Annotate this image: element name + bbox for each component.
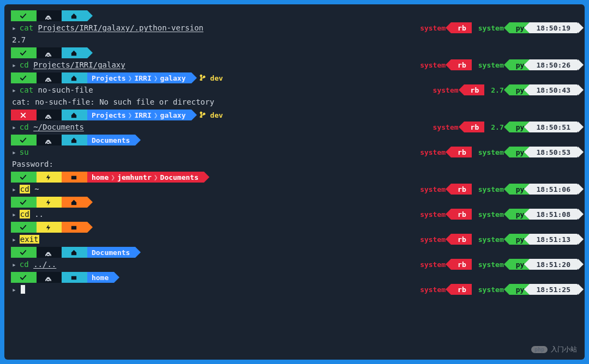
command-row: ▸cat Projects/IRRI/galaxy/.python-versio… [11, 22, 578, 34]
status-ok-icon [11, 72, 37, 83]
rseg-time: 18:50:26 [530, 59, 578, 70]
rseg-time: 18:51:20 [530, 259, 578, 270]
command-word: su [20, 148, 29, 156]
command-block: Projects❯IRRI❯galaxy dev▸cd ~/Documentss… [11, 109, 578, 133]
user-segment [37, 47, 62, 58]
py-label: py [516, 123, 525, 131]
prompt-caret-icon: ▸ [12, 185, 16, 193]
user-segment [37, 135, 62, 145]
prompt-caret-icon: ▸ [12, 260, 16, 269]
command-block: home▸systemrbsystempy18:51:25 [11, 271, 578, 295]
status-ok-icon [11, 222, 37, 233]
root-breadcrumb-segment: home❯jemhuntr❯Documents [87, 172, 204, 183]
output-line: cat: no-such-file: No such file or direc… [11, 96, 578, 108]
rseg-rb: rb [451, 259, 472, 270]
status-ok-icon [11, 135, 37, 145]
root-bolt-segment [37, 197, 62, 208]
rb-system-label: system [420, 24, 446, 32]
disk-segment [62, 172, 87, 183]
status-row: Documents [11, 246, 578, 258]
user-segment [37, 110, 62, 120]
py-label: py [516, 148, 525, 156]
command-block: Projects❯IRRI❯galaxy dev▸cat no-such-fil… [11, 72, 578, 108]
git-branch: dev [199, 111, 223, 119]
command-row: ▸cd ..systemrbsystempy18:51:08 [11, 208, 578, 220]
status-ok-icon [11, 272, 37, 283]
rb-system-label: system [420, 210, 446, 219]
command-word: cd [20, 60, 29, 69]
rseg-time: 18:51:08 [530, 209, 578, 220]
rb-label: rb [458, 185, 466, 193]
git-branch: dev [199, 74, 223, 82]
command-block: ▸cd ..systemrbsystempy18:51:08 [11, 196, 578, 220]
status-row [11, 196, 578, 208]
home-segment [62, 10, 87, 21]
prompt-caret-icon: ▸ [12, 24, 16, 32]
py-version: system [478, 210, 504, 219]
command-arg: ~ [30, 185, 39, 193]
rseg-time: 18:50:43 [530, 84, 578, 95]
py-label: py [516, 86, 525, 94]
time-label: 18:51:25 [536, 286, 570, 294]
branch-name: dev [210, 111, 223, 119]
rb-system-label: system [420, 286, 446, 294]
command-block: ▸cat Projects/IRRI/galaxy/.python-versio… [11, 10, 578, 46]
command-word: exit [20, 235, 39, 244]
cursor [21, 285, 25, 294]
py-label: py [516, 286, 525, 294]
rb-system-label: system [420, 260, 446, 269]
prompt-caret-icon: ▸ [12, 123, 16, 131]
root-home-segment [62, 197, 87, 208]
rb-label: rb [458, 286, 466, 294]
prompt-caret-icon: ▸ [12, 61, 16, 69]
status-right: systemrbsystempy18:50:26 [413, 59, 578, 70]
py-version: system [478, 286, 504, 294]
status-right: systemrb2.7py18:50:43 [426, 84, 578, 95]
rseg-time: 18:51:25 [530, 284, 578, 295]
prompt-caret-icon: ▸ [12, 235, 16, 244]
breadcrumb-segment: Projects❯IRRI❯galaxy [87, 72, 191, 83]
folder-label: Documents [92, 136, 130, 144]
command-row: ▸systemrbsystempy18:51:25 [11, 283, 578, 295]
py-label: py [516, 185, 525, 193]
time-label: 18:51:08 [536, 210, 570, 219]
prompt-caret-icon: ▸ [12, 86, 16, 94]
folder-label: home [92, 274, 109, 282]
status-row: Projects❯IRRI❯galaxy dev [11, 72, 578, 84]
command-word: cd [20, 260, 29, 269]
breadcrumb-part: Projects [92, 74, 126, 82]
rseg-time: 18:50:51 [530, 122, 578, 132]
status-row [11, 47, 578, 59]
time-label: 18:50:51 [536, 123, 570, 131]
time-label: 18:51:20 [536, 260, 570, 269]
terminal-window[interactable]: ▸cat Projects/IRRI/galaxy/.python-versio… [4, 4, 585, 360]
rseg-rb: rb [451, 184, 472, 195]
root-bolt-segment [37, 172, 62, 183]
watermark: php 入门小站 [531, 345, 577, 354]
py-version: system [478, 235, 504, 244]
rb-system-label: system [433, 86, 459, 94]
status-right: systemrb2.7py18:50:51 [426, 122, 578, 132]
rseg-rb: rb [451, 284, 472, 295]
py-label: py [516, 235, 525, 244]
py-label: py [516, 260, 525, 269]
output-line: 2.7 [11, 34, 578, 46]
command-row: ▸exitsystemrbsystempy18:51:13 [11, 233, 578, 245]
time-label: 18:51:13 [536, 235, 570, 244]
root-bolt-segment [37, 222, 62, 233]
py-version: system [478, 61, 504, 69]
prompt-caret-icon: ▸ [12, 286, 16, 294]
status-right: systemrbsystempy18:51:06 [413, 184, 578, 195]
py-version: system [478, 260, 504, 269]
prompt-caret-icon: ▸ [12, 210, 16, 219]
command-arg: .. [30, 210, 44, 219]
status-fail-icon [11, 110, 37, 120]
breadcrumb-part: IRRI [134, 74, 151, 82]
status-ok-icon [11, 172, 37, 183]
home-segment [62, 247, 87, 258]
command-row: ▸cd ~/Documentssystemrb2.7py18:50:51 [11, 121, 578, 133]
breadcrumb-part: galaxy [160, 74, 186, 82]
rseg-rb: rb [451, 59, 472, 70]
home-segment [62, 72, 87, 83]
status-right: systemrbsystempy18:50:19 [413, 22, 578, 33]
